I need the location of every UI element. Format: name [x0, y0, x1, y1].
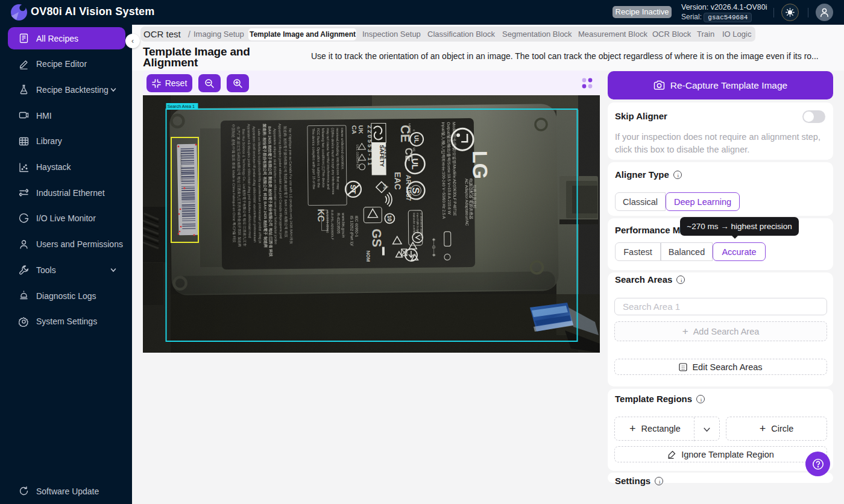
svg-text:Search Area 1: Search Area 1: [168, 104, 195, 109]
